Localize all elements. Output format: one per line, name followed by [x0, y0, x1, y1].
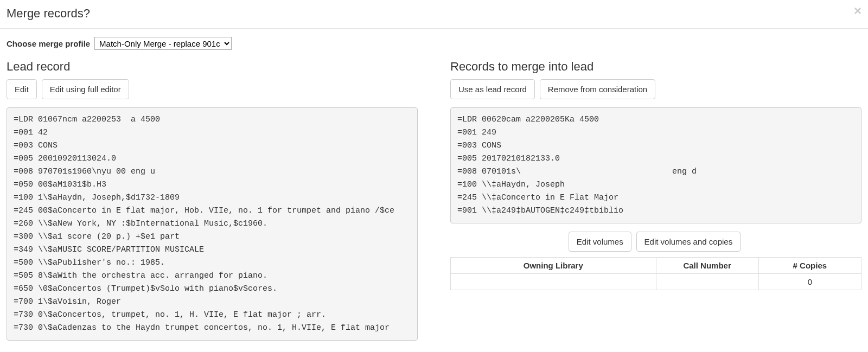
table-cell [451, 274, 656, 290]
merge-profile-select[interactable]: Match-Only Merge - replace 901c [94, 37, 232, 50]
edit-full-editor-button[interactable]: Edit using full editor [42, 79, 129, 99]
merge-marc-display: =LDR 00620cam a2200205Ka 4500 =001 249 =… [450, 107, 861, 223]
merge-records-column: Records to merge into lead Use as lead r… [450, 60, 861, 349]
col-call-number: Call Number [656, 258, 758, 274]
lead-record-heading: Lead record [7, 60, 418, 74]
col-owning-library: Owning Library [451, 258, 656, 274]
dialog-title: Merge records? [7, 7, 860, 21]
lead-marc-display: =LDR 01067ncm a2200253 a 4500 =001 42 =0… [7, 107, 418, 341]
remove-from-consideration-button[interactable]: Remove from consideration [540, 79, 655, 99]
table-cell [656, 274, 758, 290]
edit-volumes-copies-button[interactable]: Edit volumes and copies [636, 232, 741, 252]
volumes-button-row: Edit volumes Edit volumes and copies [450, 232, 861, 252]
volumes-table: Owning Library Call Number # Copies 0 [450, 257, 861, 290]
edit-button[interactable]: Edit [7, 79, 37, 99]
col-copies: # Copies [758, 258, 861, 274]
lead-button-row: Edit Edit using full editor [7, 79, 418, 99]
merge-records-heading: Records to merge into lead [450, 60, 861, 74]
use-as-lead-button[interactable]: Use as lead record [450, 79, 535, 99]
edit-volumes-button[interactable]: Edit volumes [569, 232, 631, 252]
dialog-body: Choose merge profile Match-Only Merge - … [0, 29, 868, 352]
table-header-row: Owning Library Call Number # Copies [451, 258, 861, 274]
dialog-header: Merge records? × [0, 0, 868, 29]
merge-button-row: Use as lead record Remove from considera… [450, 79, 861, 99]
lead-record-column: Lead record Edit Edit using full editor … [7, 60, 418, 349]
merge-profile-row: Choose merge profile Match-Only Merge - … [7, 37, 861, 50]
table-cell: 0 [758, 274, 861, 290]
columns: Lead record Edit Edit using full editor … [7, 60, 861, 349]
merge-profile-label: Choose merge profile [7, 39, 90, 48]
close-icon[interactable]: × [854, 4, 861, 17]
table-row: 0 [451, 274, 861, 290]
